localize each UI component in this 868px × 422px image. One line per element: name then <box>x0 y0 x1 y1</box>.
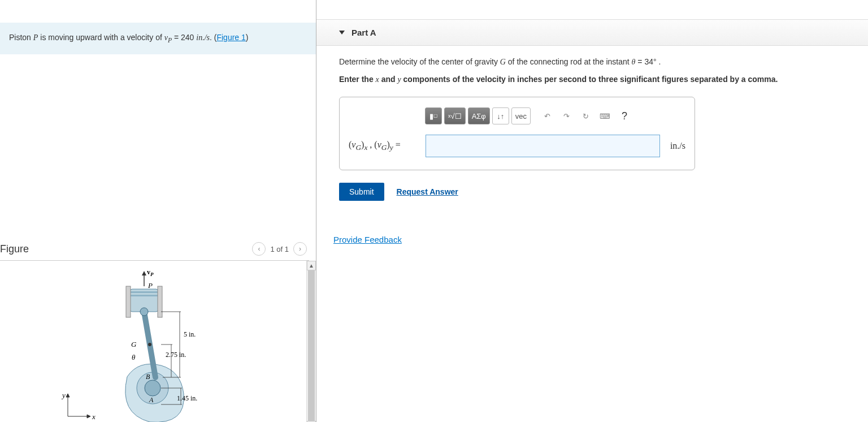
unit: in./s <box>196 33 210 42</box>
figure-title: Figure <box>0 243 29 255</box>
greek-button[interactable]: ΑΣφ <box>468 107 490 124</box>
problem-statement: Piston P is moving upward with a velocit… <box>0 23 316 54</box>
label-theta: θ <box>132 353 136 361</box>
text: . ( <box>210 33 216 42</box>
vec-button[interactable]: vec <box>511 107 531 124</box>
axis-y-label: y <box>61 391 66 399</box>
keyboard-button[interactable]: ⌨ <box>596 107 614 124</box>
part-header[interactable]: Part A <box>316 19 868 46</box>
scroll-thumb[interactable] <box>308 270 315 421</box>
undo-button[interactable]: ↶ <box>539 107 555 124</box>
label-A: A <box>149 396 154 404</box>
figure-body: y x A B G θ <box>0 261 316 422</box>
sqrt-button[interactable]: x√☐ <box>444 107 466 124</box>
svg-rect-10 <box>130 291 158 293</box>
svg-marker-3 <box>66 394 70 397</box>
figure-nav: ‹ 1 of 1 › <box>252 242 307 256</box>
svg-rect-13 <box>126 286 131 317</box>
help-button[interactable]: ? <box>616 107 633 124</box>
submit-button[interactable]: Submit <box>339 183 384 201</box>
figure-page: 1 of 1 <box>270 245 289 253</box>
left-pane: Piston P is moving upward with a velocit… <box>0 0 316 422</box>
svg-point-5 <box>145 380 160 396</box>
part-title: Part A <box>351 28 376 37</box>
text: Piston <box>9 33 33 42</box>
question-text: Determine the velocity of the center of … <box>339 57 845 67</box>
text: = 240 <box>172 33 196 42</box>
svg-point-8 <box>148 343 151 346</box>
part-body: Determine the velocity of the center of … <box>316 46 868 212</box>
reset-button[interactable]: ↻ <box>577 107 594 124</box>
dim-5in: 5 in. <box>184 330 196 338</box>
collapse-icon <box>339 31 345 35</box>
updown-button[interactable]: ↓↑ <box>492 107 509 124</box>
dim-275in: 2.75 in. <box>166 351 186 359</box>
figure-section: Figure ‹ 1 of 1 › <box>0 238 316 422</box>
svg-rect-14 <box>158 286 162 317</box>
figure-image: y x A B G θ <box>0 266 294 422</box>
scroll-up-icon[interactable]: ▲ <box>307 261 316 270</box>
text: is moving upward with a velocity of <box>38 33 164 42</box>
answer-row: (vG)x , (vG)y = in./s <box>349 135 685 157</box>
svg-marker-2 <box>87 415 90 418</box>
right-pane: Part A Determine the velocity of the cen… <box>316 0 868 422</box>
unit-label: in./s <box>670 141 685 151</box>
svg-point-12 <box>140 308 148 316</box>
svg-marker-16 <box>142 271 146 275</box>
answer-input[interactable] <box>426 135 660 157</box>
axis-x-label: x <box>92 412 96 421</box>
provide-feedback-link[interactable]: Provide Feedback <box>333 235 402 244</box>
label-P: P <box>147 281 153 290</box>
redo-button[interactable]: ↷ <box>558 107 575 124</box>
label-B: B <box>146 373 150 381</box>
prev-figure-button[interactable]: ‹ <box>252 242 266 256</box>
answer-label: (vG)x , (vG)y = <box>349 140 422 152</box>
equation-toolbar: ▮☐ x√☐ ΑΣφ ↓↑ vec ↶ ↷ ↻ ⌨ ? <box>425 107 685 124</box>
label-G: G <box>131 340 137 348</box>
action-row: Submit Request Answer <box>339 183 845 201</box>
label-vP: vP <box>147 268 154 277</box>
figure-header: Figure ‹ 1 of 1 › <box>0 238 309 261</box>
next-figure-button[interactable]: › <box>293 242 307 256</box>
templates-button[interactable]: ▮☐ <box>425 107 442 124</box>
figure-scrollbar[interactable]: ▲ ▼ <box>306 261 316 422</box>
text: ) <box>246 33 249 42</box>
answer-box: ▮☐ x√☐ ΑΣφ ↓↑ vec ↶ ↷ ↻ ⌨ ? (vG)x , (vG)… <box>339 97 695 170</box>
var-vP: vP <box>164 33 172 42</box>
figure-link[interactable]: Figure 1 <box>216 33 245 42</box>
request-answer-link[interactable]: Request Answer <box>397 187 458 196</box>
dim-145in: 1.45 in. <box>177 394 197 402</box>
svg-rect-11 <box>130 295 158 296</box>
instruction-text: Enter the x and y components of the velo… <box>339 75 845 84</box>
